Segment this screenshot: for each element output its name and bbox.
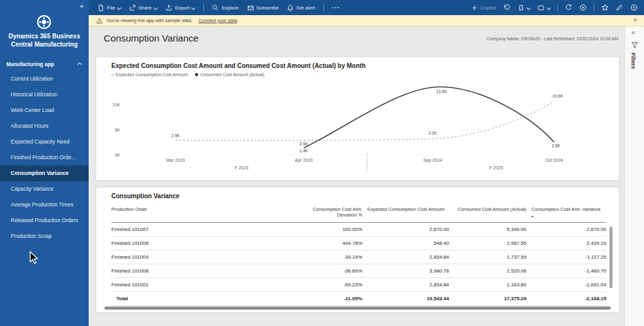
y-tick-10k: 10K <box>113 103 121 107</box>
cell-value: 2,854.84 <box>362 250 449 264</box>
bell-icon <box>287 4 294 11</box>
chevron-down-icon <box>191 5 196 9</box>
cell-value: 100.00% <box>287 223 362 237</box>
set-alert-button[interactable]: Set alert <box>287 4 315 11</box>
edit-button[interactable] <box>616 4 623 11</box>
cell-production-order: Finished 101008 <box>111 264 287 278</box>
sidebar-item-current-utilization[interactable]: Current Utilization <box>0 71 89 87</box>
sidebar-item-work-center-load[interactable]: Work Center Load <box>0 103 89 118</box>
table-vertical-scrollbar[interactable] <box>609 227 613 288</box>
cell-value: 17,375.29 <box>449 292 526 306</box>
view-menu-button[interactable] <box>537 4 550 11</box>
sidebar-item-finished-production-orde[interactable]: Finished Production Orde... <box>0 150 89 166</box>
table-visual[interactable]: Consumption Variance Production Order Co… <box>96 187 619 313</box>
line-chart-visual[interactable]: Expected Consumption Cost Amount and Con… <box>96 57 619 181</box>
cell-production-order: Finished 101006 <box>111 237 287 250</box>
cell-value: 2,854.84 <box>362 278 449 292</box>
y-tick-0k: 0K <box>114 153 120 157</box>
banner-close-icon[interactable]: ✕ <box>633 17 638 23</box>
table-row[interactable]: Finished 101006444.78%548.402,987.552,43… <box>111 237 606 250</box>
slideshow-button[interactable] <box>579 4 587 11</box>
col-header-variance[interactable]: Consumption Cost Amt. Variance ▾ <box>526 204 606 223</box>
sidebar-item-historical-utilization[interactable]: Historical Utilization <box>0 87 89 103</box>
sidebar-item-consumption-variance[interactable]: Consumption Variance <box>0 166 89 181</box>
more-options-button[interactable]: ··· <box>332 4 340 11</box>
cell-value: 2,520.06 <box>449 264 526 278</box>
copilot-button[interactable]: Copilot <box>471 4 496 11</box>
chevron-down-icon <box>526 5 531 9</box>
star-icon <box>601 4 609 11</box>
share-menu-button[interactable]: Share <box>129 4 157 11</box>
connect-data-link[interactable]: Connect your data <box>199 18 237 23</box>
table-row[interactable]: Finished 101007100.00%2,670.005,340.002,… <box>111 223 606 237</box>
sidebar-section-header[interactable]: Manufacturing app <box>0 58 89 70</box>
col-header-expected[interactable]: Expected Consumption Cost Amount <box>362 204 449 223</box>
sidebar-item-production-scrap[interactable]: Production Scrap <box>0 228 89 244</box>
filters-label[interactable]: Filters <box>630 53 636 69</box>
cell-value: -2,168.15 <box>526 292 606 306</box>
file-menu-button[interactable]: File <box>97 4 121 11</box>
table-row[interactable]: Finished 101001-59.23%2,854.841,163.80-1… <box>111 278 606 292</box>
x-label: Apr 2023 <box>295 158 313 162</box>
table-row[interactable]: Finished 101008-36.69%3,980.762,520.06-1… <box>111 264 606 278</box>
cell-value: -1,117.25 <box>526 250 606 264</box>
filters-expand-icon[interactable]: « <box>631 29 635 36</box>
table-container: Production Order Consumption Cost Amt. D… <box>111 204 606 306</box>
x-group-label: F 2023 <box>235 166 248 170</box>
col-header-production-order[interactable]: Production Order <box>111 204 287 223</box>
app-window: « Dynamics 365 Business Central Manufact… <box>0 0 644 326</box>
export-menu-button[interactable]: Export <box>165 4 195 11</box>
warning-icon <box>96 18 103 24</box>
toolbar-divider <box>203 4 204 11</box>
bookmarks-button[interactable] <box>518 4 530 11</box>
favorite-button[interactable] <box>601 4 609 11</box>
cell-value: 1,163.80 <box>449 278 526 292</box>
play-circle-icon <box>579 4 587 11</box>
explore-button[interactable]: Explore <box>212 4 238 11</box>
data-label: 2.9K <box>299 142 308 146</box>
chevron-down-icon <box>117 5 121 9</box>
cell-production-order: Finished 101004 <box>111 250 287 264</box>
page-title: Consumption Variance <box>104 33 199 43</box>
chevron-up-icon <box>77 62 82 67</box>
table-horizontal-scrollbar[interactable] <box>104 306 611 310</box>
refresh-button[interactable] <box>565 4 572 11</box>
col-header-consumed[interactable]: Consumed Cost Amount (Actual) <box>449 204 526 223</box>
x-label: Sep 2024 <box>423 158 442 162</box>
sidebar-item-average-production-times[interactable]: Average Production Times <box>0 197 89 213</box>
report-toolbar: File Share Export Explore Subscribe Se <box>89 0 644 15</box>
reset-view-button[interactable] <box>503 4 511 11</box>
cell-value: -39.14% <box>287 250 362 264</box>
subscribe-icon <box>247 4 254 11</box>
cell-value: 19,543.44 <box>362 292 449 306</box>
explore-icon <box>212 4 219 11</box>
col-header-deviation[interactable]: Consumption Cost Amt. Deviation % <box>287 204 362 223</box>
x-group-label: F 2025 <box>489 166 503 170</box>
sidebar-item-allocated-hours[interactable]: Allocated Hours <box>0 118 89 134</box>
app-logo-icon <box>36 14 52 33</box>
cell-value: 548.40 <box>362 237 449 250</box>
cell-production-order: Finished 101007 <box>111 223 287 237</box>
share-icon <box>129 4 136 11</box>
pencil-icon <box>616 4 623 11</box>
subscribe-button[interactable]: Subscribe <box>247 4 279 11</box>
toolbar-divider <box>594 4 594 11</box>
sidebar-item-released-production-orders[interactable]: Released Production Orders <box>0 213 89 228</box>
page-header: Consumption Variance Company Name: CRONU… <box>89 26 625 55</box>
cell-value: 2,987.55 <box>449 237 526 250</box>
table-row[interactable]: Finished 101004-39.14%2,854.841,737.59-1… <box>111 250 606 264</box>
sidebar-item-expected-capacity-need[interactable]: Expected Capacity Need <box>0 134 89 150</box>
sidebar-item-capacity-variance[interactable]: Capacity Variance <box>0 181 89 197</box>
export-icon <box>165 4 172 11</box>
cell-value: 1,737.59 <box>449 250 526 264</box>
sort-descending-icon[interactable]: ▾ <box>531 214 606 220</box>
sidebar-collapse-icon[interactable]: « <box>80 2 84 9</box>
cell-value: 444.78% <box>287 237 362 250</box>
table-total-row[interactable]: Total-11.09%19,543.4417,375.29-2,168.15 <box>111 292 606 306</box>
data-label: 2.5K <box>552 143 560 148</box>
chevron-down-icon <box>153 5 158 9</box>
info-icon <box>630 4 638 11</box>
data-label: 3.2K <box>428 131 436 135</box>
info-button[interactable] <box>630 4 638 11</box>
sidebar: « Dynamics 365 Business Central Manufact… <box>0 0 89 326</box>
